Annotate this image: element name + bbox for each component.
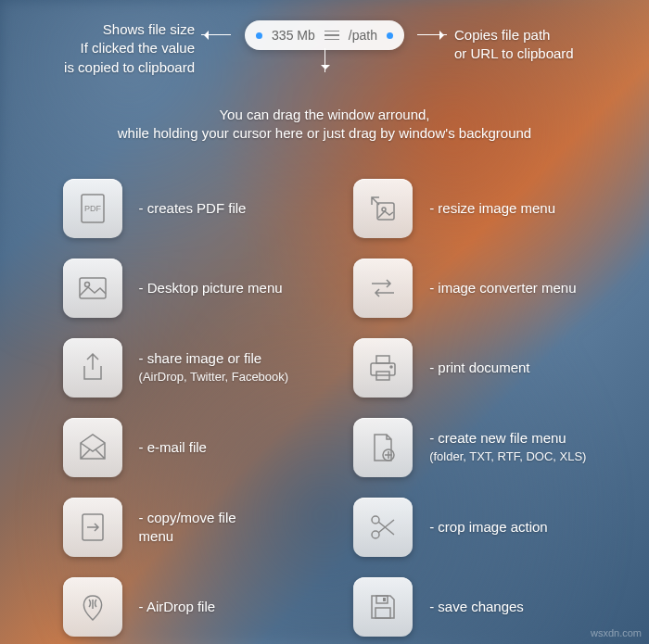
newfile-button[interactable] <box>353 418 413 477</box>
airdrop-item: - AirDrop file <box>63 577 289 637</box>
left-column: PDF - creates PDF file - Desktop picture… <box>63 179 289 637</box>
pdf-item: PDF - creates PDF file <box>63 179 289 238</box>
convert-item: - image converter menu <box>353 259 586 318</box>
move-button[interactable] <box>63 498 122 557</box>
save-button[interactable] <box>353 577 413 637</box>
newfile-label: - create new file menu (folder, TXT, RTF… <box>429 429 586 465</box>
print-item: - print document <box>353 338 586 398</box>
drag-handle-icon[interactable] <box>324 31 339 41</box>
share-label: - share image or file (AirDrop, Twitter,… <box>139 349 289 385</box>
arrow-left-icon <box>201 34 231 35</box>
mail-label: - e-mail file <box>139 438 207 457</box>
move-label: - copy/move file menu <box>139 509 236 545</box>
icon-grid: PDF - creates PDF file - Desktop picture… <box>0 179 649 637</box>
picture-label: - Desktop picture menu <box>139 279 283 297</box>
pdf-button[interactable]: PDF <box>63 179 122 238</box>
picture-item: - Desktop picture menu <box>63 259 289 318</box>
dot-icon <box>387 32 393 39</box>
crop-button[interactable] <box>353 498 413 557</box>
watermark: wsxdn.com <box>591 627 642 638</box>
move-item: - copy/move file menu <box>63 498 289 557</box>
right-column: - resize image menu - image converter me… <box>353 179 586 637</box>
drag-instructions: You can drag the window arround, while h… <box>0 106 649 144</box>
svg-point-10 <box>390 366 392 368</box>
crop-icon <box>366 511 400 544</box>
svg-rect-15 <box>375 608 390 618</box>
svg-rect-14 <box>376 596 388 603</box>
svg-point-3 <box>84 282 89 286</box>
arrow-down-icon <box>324 48 325 72</box>
svg-rect-16 <box>383 598 386 601</box>
move-icon <box>76 511 109 544</box>
share-button[interactable] <box>63 338 122 398</box>
share-item: - share image or file (AirDrop, Twitter,… <box>63 338 289 398</box>
filesize-description: Shows file size If clicked the value is … <box>64 20 195 77</box>
convert-icon <box>366 271 400 305</box>
pdf-icon: PDF <box>76 192 109 225</box>
share-icon <box>76 351 109 385</box>
resize-item: - resize image menu <box>353 179 586 238</box>
airdrop-label: - AirDrop file <box>139 598 216 616</box>
svg-rect-2 <box>80 278 106 298</box>
mail-item: - e-mail file <box>63 418 289 477</box>
save-icon <box>366 590 400 624</box>
path-value[interactable]: /path <box>349 28 377 43</box>
mail-button[interactable] <box>63 418 122 477</box>
status-pill[interactable]: 335 Mb /path <box>245 20 404 50</box>
svg-text:PDF: PDF <box>84 204 102 213</box>
crop-label: - crop image action <box>429 518 548 537</box>
convert-label: - image converter menu <box>429 279 576 297</box>
save-label: - save changes <box>429 598 524 616</box>
picture-button[interactable] <box>63 259 122 318</box>
resize-button[interactable] <box>353 179 413 238</box>
dot-icon <box>256 32 262 39</box>
airdrop-button[interactable] <box>63 577 122 637</box>
mail-icon <box>76 431 109 464</box>
newfile-icon <box>366 431 400 464</box>
svg-rect-7 <box>371 363 395 375</box>
print-button[interactable] <box>353 338 413 398</box>
print-label: - print document <box>429 359 529 377</box>
print-icon <box>366 351 400 385</box>
pdf-label: - creates PDF file <box>139 199 247 218</box>
svg-rect-8 <box>376 356 389 363</box>
airdrop-icon <box>76 590 109 624</box>
picture-icon <box>76 271 109 305</box>
filesize-value[interactable]: 335 Mb <box>272 28 315 43</box>
arrow-right-icon <box>417 34 447 35</box>
save-item: - save changes <box>353 577 586 637</box>
newfile-item: - create new file menu (folder, TXT, RTF… <box>353 418 586 477</box>
crop-item: - crop image action <box>353 498 586 557</box>
resize-label: - resize image menu <box>429 199 555 218</box>
header-area: Shows file size If clicked the value is … <box>0 0 649 50</box>
convert-button[interactable] <box>353 259 413 318</box>
resize-icon <box>366 192 400 225</box>
path-description: Copies file path or URL to clipboard <box>454 26 574 64</box>
